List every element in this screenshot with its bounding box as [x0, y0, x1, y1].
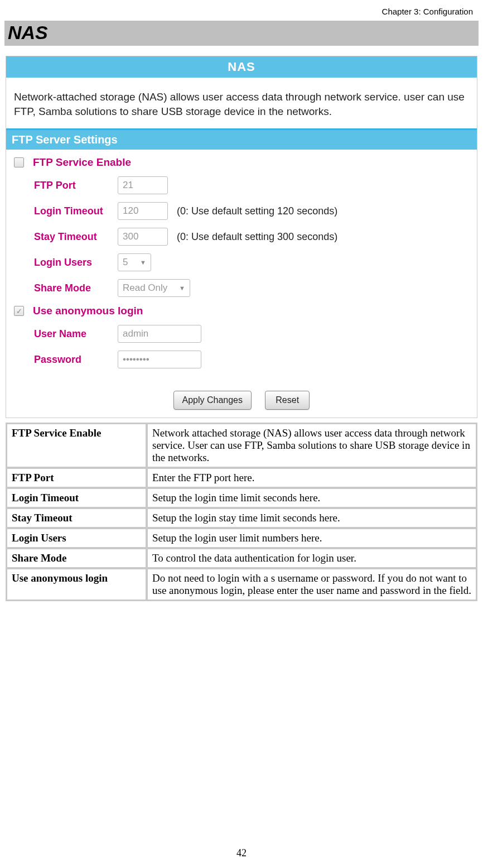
apply-changes-button[interactable]: Apply Changes — [173, 391, 252, 410]
login-timeout-row: Login Timeout (0: Use default setting 12… — [14, 202, 469, 220]
page-header: Chapter 3: Configuration — [0, 0, 483, 21]
table-key: Stay Timeout — [7, 509, 146, 527]
table-key: Use anonymous login — [7, 569, 146, 600]
table-val: Setup the login user limit numbers here. — [147, 529, 476, 548]
login-timeout-label: Login Timeout — [34, 205, 118, 217]
table-row: FTP PortEnter the FTP port here. — [7, 468, 476, 487]
ftp-enable-checkbox[interactable] — [14, 157, 24, 167]
table-val: Network attached storage (NAS) allows us… — [147, 424, 476, 467]
password-input[interactable] — [118, 351, 201, 368]
ftp-port-label: FTP Port — [34, 180, 118, 191]
anon-login-label: Use anonymous login — [33, 305, 143, 317]
share-mode-row: Share Mode Read Only ▼ — [14, 279, 469, 297]
ftp-port-input[interactable] — [118, 176, 168, 194]
table-val: Setup the login time limit seconds here. — [147, 488, 476, 507]
table-val: To control the data authentication for l… — [147, 549, 476, 568]
table-key: Share Mode — [7, 549, 146, 568]
password-label: Password — [34, 354, 118, 366]
username-row: User Name — [14, 325, 469, 343]
section-title: NAS — [4, 21, 479, 46]
share-mode-value: Read Only — [123, 282, 167, 294]
button-row: Apply Changes Reset — [6, 381, 477, 418]
ftp-settings-title: FTP Server Settings — [6, 130, 477, 150]
table-row: Login UsersSetup the login user limit nu… — [7, 529, 476, 548]
table-key: Login Timeout — [7, 488, 146, 507]
chevron-down-icon: ▼ — [140, 259, 146, 266]
login-timeout-hint: (0: Use default setting 120 seconds) — [177, 205, 337, 217]
description-table: FTP Service EnableNetwork attached stora… — [6, 423, 477, 601]
table-val: Enter the FTP port here. — [147, 468, 476, 487]
reset-button[interactable]: Reset — [265, 391, 310, 410]
anon-login-checkbox[interactable]: ✓ — [14, 306, 24, 316]
table-row: Stay TimeoutSetup the login stay time li… — [7, 509, 476, 527]
stay-timeout-input[interactable] — [118, 228, 168, 246]
table-key: FTP Service Enable — [7, 424, 146, 467]
share-mode-label: Share Mode — [34, 282, 118, 294]
table-row: Share ModeTo control the data authentica… — [7, 549, 476, 568]
nas-title-bar: NAS — [6, 56, 477, 78]
login-users-label: Login Users — [34, 257, 118, 268]
stay-timeout-hint: (0: Use default setting 300 seconds) — [177, 231, 337, 243]
chevron-down-icon: ▼ — [179, 285, 185, 291]
table-key: FTP Port — [7, 468, 146, 487]
login-users-select[interactable]: 5 ▼ — [118, 253, 151, 271]
username-label: User Name — [34, 328, 118, 340]
ftp-enable-label: FTP Service Enable — [33, 156, 131, 169]
nas-description: Network-attached storage (NAS) allows us… — [6, 78, 477, 128]
table-row: FTP Service EnableNetwork attached stora… — [7, 424, 476, 467]
table-row: Use anonymous loginDo not need to login … — [7, 569, 476, 600]
login-timeout-input[interactable] — [118, 202, 168, 220]
username-input[interactable] — [118, 325, 201, 343]
table-key: Login Users — [7, 529, 146, 548]
ftp-form: FTP Service Enable FTP Port Login Timeou… — [6, 150, 477, 381]
anon-login-row: ✓ Use anonymous login — [14, 305, 469, 317]
login-users-row: Login Users 5 ▼ — [14, 253, 469, 271]
stay-timeout-label: Stay Timeout — [34, 231, 118, 243]
login-users-value: 5 — [123, 257, 128, 268]
password-row: Password — [14, 351, 469, 368]
table-row: Login TimeoutSetup the login time limit … — [7, 488, 476, 507]
table-val: Setup the login stay time limit seconds … — [147, 509, 476, 527]
ftp-port-row: FTP Port — [14, 176, 469, 194]
table-val: Do not need to login with a s username o… — [147, 569, 476, 600]
share-mode-select[interactable]: Read Only ▼ — [118, 279, 190, 297]
nas-panel: NAS Network-attached storage (NAS) allow… — [6, 56, 477, 418]
ftp-enable-row: FTP Service Enable — [14, 156, 469, 169]
stay-timeout-row: Stay Timeout (0: Use default setting 300… — [14, 228, 469, 246]
page-number: 42 — [0, 847, 483, 859]
